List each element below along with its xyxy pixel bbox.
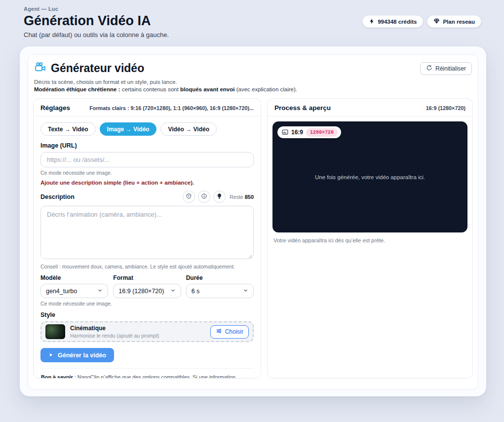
image-url-hint: Ce mode nécessite une image. [40,170,254,176]
choose-style-button[interactable]: Choisir [210,325,249,339]
settings-panel: Réglages Formats clairs : 9:16 (720×1280… [33,98,261,379]
shield-icon [186,192,192,201]
settings-title: Réglages [40,104,70,112]
preview-panel: Process & aperçu 16:9 (1280×720) 16:9 12… [267,98,473,379]
generator-title: Générateur vidéo [51,62,144,75]
ratio-label: 16:9 [291,129,303,136]
preview-panel-header: Process & aperçu 16:9 (1280×720) [268,99,472,116]
description-label: Description [40,193,75,200]
description-textarea[interactable] [40,206,254,259]
description-tools: Reste 850 [183,191,254,203]
play-icon [48,352,53,359]
header-badges: 994348 crédits Plan reseau [362,15,481,28]
model-label: Modèle [40,274,108,281]
format-value: 16:9 (1280×720) [118,288,164,295]
format-column: Format 16:9 (1280×720) [113,274,181,298]
credits-badge[interactable]: 994348 crédits [362,15,423,28]
choose-label: Choisir [225,328,243,335]
reset-icon [426,65,432,73]
style-name: Cinématique [70,325,159,332]
duration-select[interactable]: 6 s [186,284,254,298]
tab-image-video[interactable]: Image → Vidéo [100,122,157,136]
mode-hint: Ce mode nécessite une image. [40,301,254,307]
generate-video-button[interactable]: Générer la vidéo [40,348,114,362]
video-preview-area: 16:9 1280×720 Une fois générée, votre vi… [272,121,467,232]
preview-ready-text: Votre vidéo apparaîtra ici dès qu’elle e… [272,237,467,243]
duration-label: Durée [186,274,254,281]
model-column: Modèle gen4_turbo [40,274,108,298]
tab-texte-video[interactable]: Texte → Vidéo [40,122,96,136]
reset-button[interactable]: Réinitialiser [420,62,472,75]
tab-video-video[interactable]: Vidéo → Vidéo [160,122,217,136]
style-selector: Cinématique Harmonise le rendu (ajouté a… [40,321,254,342]
gem-icon [433,18,440,25]
description-warning: Ajoute une description simple (lieu + ac… [40,180,254,186]
style-thumbnail [45,324,65,339]
frame-icon [282,128,288,137]
page-subtitle: Chat (par défaut) ou outils via la colon… [24,31,481,38]
info-button[interactable] [198,191,210,203]
image-url-label: Image (URL) [40,142,254,149]
preview-panel-body: 16:9 1280×720 Une fois générée, votre vi… [268,116,472,248]
reset-label: Réinitialiser [435,65,466,72]
idea-bulb-button[interactable] [213,191,226,203]
generator-subtitle: Décris ta scène, choisis un format et un… [33,79,473,85]
credits-label: 994348 crédits [378,19,417,25]
model-select[interactable]: gen4_turbo [40,284,108,298]
chevron-down-icon [170,288,176,295]
moderation-note: Modération éthique chrétienne : certains… [33,86,473,92]
plan-badge[interactable]: Plan reseau [427,15,481,28]
model-value: gen4_turbo [46,288,77,295]
video-camera-icon [34,61,46,76]
chars-remaining: Reste 850 [230,194,254,200]
format-select[interactable]: 16:9 (1280×720) [113,284,181,298]
plan-label: Plan reseau [443,19,475,25]
shield-alert-button[interactable] [183,191,195,203]
agent-label: Agent — Luc [24,6,481,12]
chevron-down-icon [243,288,248,295]
description-field-wrap [40,206,254,261]
resolution-pill: 1280×720 [306,128,338,137]
description-header-row: Description Reste 850 [40,191,254,203]
style-info: Cinématique Harmonise le rendu (ajouté a… [70,325,159,339]
preview-title: Process & aperçu [274,104,331,112]
selects-row: Modèle gen4_turbo Format 16:9 (1280×720) [40,274,254,298]
duration-column: Durée 6 s [186,274,254,298]
style-description: Harmonise le rendu (ajouté au prompt) [70,333,159,339]
sliders-icon [216,328,222,336]
settings-panel-body: Texte → Vidéo Image → Vidéo Vidéo → Vidé… [34,116,261,379]
generate-label: Générer la vidéo [58,352,106,359]
settings-panel-header: Réglages Formats clairs : 9:16 (720×1280… [34,99,261,116]
style-label: Style [40,311,254,318]
generator-card: Générateur vidéo Réinitialiser Décris ta… [28,54,478,390]
info-icon [201,192,207,201]
generator-header: Générateur vidéo Réinitialiser [33,61,473,76]
preview-format-hint: 16:9 (1280×720) [426,105,465,111]
chevron-down-icon [97,288,103,295]
duration-value: 6 s [192,288,200,295]
preview-empty-text: Une fois générée, votre vidéo apparaîtra… [272,174,467,180]
page-header: Agent — Luc Génération Vidéo IA Chat (pa… [0,0,504,38]
panels-row: Réglages Formats clairs : 9:16 (720×1280… [33,98,473,379]
mode-tabs: Texte → Vidéo Image → Vidéo Vidéo → Vidé… [40,122,254,136]
bulb-icon [216,192,223,201]
description-hint: Conseil : mouvement doux, camera, ambian… [40,264,254,269]
format-label: Format [113,274,181,281]
image-url-input[interactable] [40,152,254,167]
bolt-icon [369,18,375,25]
formats-hint: Formats clairs : 9:16 (720×1280), 1:1 (9… [89,105,254,111]
aspect-ratio-badge: 16:9 1280×720 [277,126,341,138]
settings-footer-note: Bon à savoir : NanoClip n’affiche que de… [40,368,254,379]
main-card: Générateur vidéo Réinitialiser Décris ta… [20,46,486,396]
